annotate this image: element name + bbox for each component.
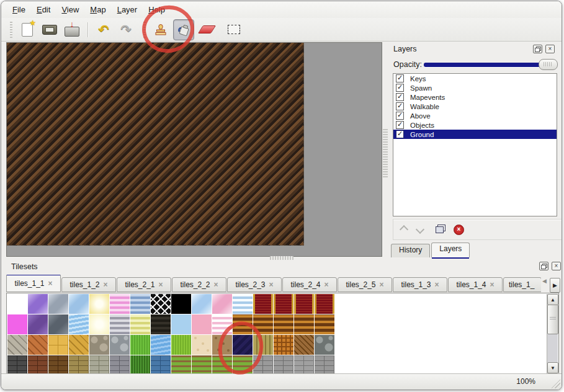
palette-tile[interactable] xyxy=(253,355,273,375)
palette-tile[interactable] xyxy=(171,355,191,375)
tab-close-icon[interactable]: × xyxy=(159,281,163,288)
palette-tile[interactable] xyxy=(171,314,191,334)
layer-visibility-checkbox[interactable]: ✓ xyxy=(396,121,404,129)
palette-tile[interactable] xyxy=(294,335,314,355)
palette-tile[interactable] xyxy=(294,294,314,314)
palette-tile[interactable] xyxy=(315,355,334,375)
palette-tile[interactable] xyxy=(89,335,109,355)
tab-close-icon[interactable]: × xyxy=(490,281,495,288)
palette-tile[interactable] xyxy=(274,355,293,375)
layer-visibility-checkbox[interactable]: ✓ xyxy=(396,102,404,110)
palette-tile[interactable] xyxy=(151,335,171,355)
float-panel-icon[interactable] xyxy=(539,262,548,270)
menu-item[interactable]: Map xyxy=(86,3,109,16)
tileset-tab[interactable]: tiles_2_4 × xyxy=(282,277,337,292)
tileset-tab[interactable]: tiles_2_2 × xyxy=(172,277,226,292)
map-canvas-viewport[interactable] xyxy=(6,42,382,257)
horizontal-splitter-handle[interactable] xyxy=(270,256,293,260)
palette-tile[interactable] xyxy=(274,294,293,314)
palette-tile[interactable] xyxy=(69,355,89,375)
layer-visibility-checkbox[interactable]: ✓ xyxy=(396,84,404,92)
tab-close-icon[interactable]: × xyxy=(325,281,329,288)
side-panel-tab[interactable]: Layers xyxy=(431,243,470,257)
tab-close-icon[interactable]: × xyxy=(269,281,274,288)
close-panel-icon[interactable]: × xyxy=(545,45,555,53)
palette-tile[interactable] xyxy=(212,335,232,355)
side-panel-tab[interactable]: History xyxy=(391,244,430,257)
palette-tile[interactable] xyxy=(28,314,48,334)
delete-layer-icon[interactable]: × xyxy=(454,225,464,235)
palette-tile[interactable] xyxy=(233,335,253,355)
tileset-tab[interactable]: tiles_1_3 × xyxy=(393,277,447,292)
palette-tile[interactable] xyxy=(315,294,334,314)
layer-row[interactable]: ✓ Objects xyxy=(393,120,557,130)
eraser-tool-button[interactable] xyxy=(197,20,217,40)
move-layer-up-icon[interactable] xyxy=(400,225,408,234)
fill-tool-button[interactable] xyxy=(173,19,194,40)
palette-tile[interactable] xyxy=(7,314,27,334)
move-layer-down-icon[interactable] xyxy=(416,225,424,234)
palette-tile[interactable] xyxy=(89,294,109,314)
palette-tile[interactable] xyxy=(274,335,293,355)
scrollbar-thumb[interactable] xyxy=(547,305,558,334)
palette-tile[interactable] xyxy=(130,294,150,314)
palette-tile[interactable] xyxy=(69,335,89,355)
palette-tile[interactable] xyxy=(192,314,212,334)
stamp-tool-button[interactable] xyxy=(151,20,171,40)
tileset-tab[interactable]: tiles_2_5 × xyxy=(338,277,392,292)
palette-tile[interactable] xyxy=(130,335,150,355)
float-panel-icon[interactable] xyxy=(533,45,542,53)
palette-tile[interactable] xyxy=(48,294,68,314)
palette-tile[interactable] xyxy=(110,294,130,314)
palette-tile[interactable] xyxy=(69,294,89,314)
palette-tile[interactable] xyxy=(48,314,68,334)
layer-row[interactable]: ✓ Ground xyxy=(393,130,557,139)
palette-tile[interactable] xyxy=(253,314,273,334)
palette-tile[interactable] xyxy=(253,335,273,355)
palette-tile[interactable] xyxy=(171,294,191,314)
scroll-down-icon[interactable]: ▼ xyxy=(547,362,558,373)
palette-tile[interactable] xyxy=(233,355,253,375)
scroll-tabs-right-button[interactable]: ▶ xyxy=(550,278,560,293)
palette-tile[interactable] xyxy=(89,314,109,334)
palette-tile[interactable] xyxy=(28,294,48,314)
scroll-tabs-left-icon[interactable]: ◀ xyxy=(542,278,547,284)
palette-tile[interactable] xyxy=(110,314,130,334)
palette-tile[interactable] xyxy=(212,294,232,314)
open-file-button[interactable] xyxy=(40,20,60,40)
close-panel-icon[interactable]: × xyxy=(552,262,561,270)
palette-tile[interactable] xyxy=(7,335,27,355)
palette-tile[interactable] xyxy=(110,335,130,355)
tileset-tab[interactable]: tiles_1_4 × xyxy=(448,277,503,292)
opacity-slider-handle[interactable] xyxy=(539,59,558,70)
palette-tile[interactable] xyxy=(192,335,212,355)
tab-close-icon[interactable]: × xyxy=(435,281,439,288)
menu-item[interactable]: File xyxy=(9,3,29,16)
tab-close-icon[interactable]: × xyxy=(48,280,53,287)
menu-item[interactable]: Layer xyxy=(114,3,141,16)
palette-tile[interactable] xyxy=(69,314,89,334)
tileset-tab[interactable]: tiles_1_2 × xyxy=(61,277,116,292)
tab-close-icon[interactable]: × xyxy=(214,281,218,288)
undo-button[interactable]: ↶ xyxy=(94,20,114,40)
layer-visibility-checkbox[interactable]: ✓ xyxy=(396,93,404,101)
palette-tile[interactable] xyxy=(315,314,334,334)
menu-item[interactable]: View xyxy=(58,3,83,16)
toolbar-grip-handle[interactable] xyxy=(10,22,12,38)
tileset-tab[interactable]: tiles_2_3 × xyxy=(227,277,282,292)
vertical-splitter-handle[interactable] xyxy=(383,129,388,177)
palette-tile[interactable] xyxy=(294,355,314,375)
select-tool-button[interactable] xyxy=(224,20,244,40)
layer-row[interactable]: ✓ Above xyxy=(393,111,557,120)
palette-tile[interactable] xyxy=(7,294,27,314)
palette-tile[interactable] xyxy=(151,294,171,314)
palette-tile[interactable] xyxy=(151,314,171,334)
palette-tile[interactable] xyxy=(233,294,253,314)
palette-tile[interactable] xyxy=(48,335,68,355)
layer-visibility-checkbox[interactable]: ✓ xyxy=(396,130,404,138)
toolbar-grip-handle[interactable] xyxy=(143,22,146,38)
layer-row[interactable]: ✓ Walkable xyxy=(393,102,557,111)
menu-item[interactable]: Help xyxy=(145,3,169,16)
new-file-button[interactable]: ★ xyxy=(17,20,37,40)
tileset-palette-grid[interactable] xyxy=(7,294,334,375)
